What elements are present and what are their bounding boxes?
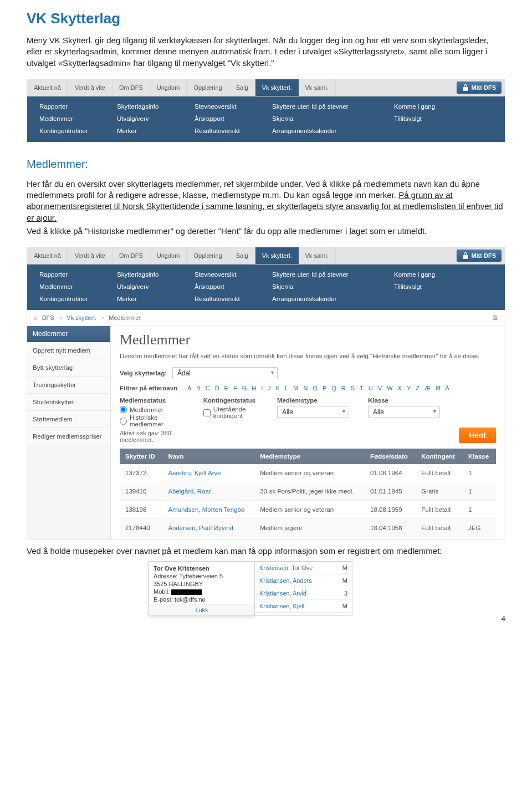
tab-ungdom[interactable]: Ungdom xyxy=(150,79,187,96)
sm2-skyttere-uten-id[interactable]: Skyttere uten Id på stevner xyxy=(272,271,383,278)
alpha-L[interactable]: L xyxy=(285,385,288,391)
alpha-E[interactable]: E xyxy=(224,385,228,391)
tooltip-list-row[interactable]: Kristiansen, Arvid3 xyxy=(255,587,352,600)
sm2-komme-i-gang[interactable]: Komme i gang xyxy=(394,271,461,278)
sm2-skjema[interactable]: Skjema xyxy=(272,283,383,290)
alpha-Q[interactable]: Q xyxy=(331,385,336,391)
th-skytter-id[interactable]: Skytter ID xyxy=(120,449,162,464)
sm2-tillitsvalgt[interactable]: Tillitsvalgt xyxy=(394,283,461,290)
sm2-merker[interactable]: Merker xyxy=(117,296,183,302)
alpha-B[interactable]: B xyxy=(196,385,200,391)
alpha-Y[interactable]: Y xyxy=(407,385,411,391)
side-stotte[interactable]: Støttemedlem xyxy=(27,411,110,428)
alpha-S[interactable]: S xyxy=(351,385,355,391)
sm2-arrangementskalender[interactable]: Arrangementskalender xyxy=(272,296,383,302)
tooltip-close[interactable]: Lukk xyxy=(149,604,254,615)
alpha-N[interactable]: N xyxy=(303,385,308,391)
checkbox-utestaaende[interactable] xyxy=(203,409,211,416)
submenu-skyttere-uten-id[interactable]: Skyttere uten Id på stevner xyxy=(272,103,383,110)
alpha-V[interactable]: V xyxy=(378,385,382,391)
cell-navn[interactable]: Aarebru, Kjell Arve xyxy=(162,464,254,482)
tooltip-list-row[interactable]: Kristensen, Tor OveM xyxy=(255,562,352,574)
cell-navn[interactable]: Amundsen, Morten Tengbo xyxy=(162,501,254,519)
klasse-dropdown[interactable]: Alle xyxy=(368,406,440,418)
tab2-vk-skytterl[interactable]: Vk skytterl. xyxy=(255,247,299,264)
sm2-utvalg-verv[interactable]: Utvalg/verv xyxy=(117,283,183,290)
submenu-utvalg-verv[interactable]: Utvalg/verv xyxy=(117,115,183,122)
submenu-resultatoversikt[interactable]: Resultatoversikt xyxy=(195,128,261,134)
th-kontingent[interactable]: Kontingent xyxy=(416,449,463,464)
submenu-stevneoversikt[interactable]: Stevneoversikt xyxy=(195,103,261,110)
crumb-vk-skytterl[interactable]: Vk skytterl. xyxy=(66,314,96,321)
cell-navn[interactable]: Abelgård, Roar xyxy=(162,482,254,501)
tab2-aktuelt[interactable]: Aktuelt nå xyxy=(27,247,68,264)
sm2-medlemmer[interactable]: Medlemmer xyxy=(39,283,106,290)
sm2-rapporter[interactable]: Rapporter xyxy=(39,271,106,278)
tab-omdfs[interactable]: Om DFS xyxy=(112,79,150,96)
crumb-dfs[interactable]: DFS xyxy=(42,314,54,321)
sm2-resultatoversikt[interactable]: Resultatoversikt xyxy=(195,296,261,302)
sm2-kontingentrutiner[interactable]: Kontingentrutiner xyxy=(39,296,106,302)
alpha-X[interactable]: X xyxy=(398,385,402,391)
alpha-U[interactable]: U xyxy=(369,385,373,391)
alpha-C[interactable]: C xyxy=(206,385,210,391)
tab-aktuelt[interactable]: Aktuelt nå xyxy=(27,79,68,96)
sm2-skytterlagsinfo[interactable]: Skytterlagsinfo xyxy=(117,271,183,278)
sm2-aarsrapport[interactable]: Årsrapport xyxy=(195,283,261,290)
tab-opplaering[interactable]: Opplæring xyxy=(187,79,229,96)
alpha-P[interactable]: P xyxy=(323,385,326,391)
side-opprett[interactable]: Opprett nytt medlem xyxy=(27,342,110,359)
alpha-Z[interactable]: Z xyxy=(416,385,420,391)
tab2-omdfs[interactable]: Om DFS xyxy=(112,247,150,264)
th-medlemstype[interactable]: Medlemstype xyxy=(254,449,365,464)
side-rediger-priser[interactable]: Rediger medlemsspriser xyxy=(27,428,110,445)
th-klasse[interactable]: Klasse xyxy=(463,449,496,464)
submenu-skjema[interactable]: Skjema xyxy=(272,115,383,122)
alpha-J[interactable]: J xyxy=(268,385,271,391)
side-student[interactable]: Studentskytter xyxy=(27,394,110,411)
hent-button[interactable]: Hent xyxy=(459,428,496,443)
tooltip-list-row[interactable]: Kristiansen, AndersM xyxy=(255,574,352,587)
alpha-O[interactable]: O xyxy=(313,385,318,391)
side-trening[interactable]: Treningsskytter xyxy=(27,376,110,394)
th-navn[interactable]: Navn xyxy=(162,449,254,464)
tab-verdt[interactable]: Verdt å vite xyxy=(68,79,112,96)
sm2-stevneoversikt[interactable]: Stevneoversikt xyxy=(195,271,261,278)
velg-skytterlag-dropdown[interactable]: Ådal xyxy=(172,367,278,379)
tab-salg[interactable]: Salg xyxy=(229,79,255,96)
home-icon[interactable]: ⌂ xyxy=(34,314,38,321)
tab2-verdt[interactable]: Verdt å vite xyxy=(68,247,112,264)
tab-vk-saml[interactable]: Vk saml. xyxy=(299,79,336,96)
alpha-D[interactable]: D xyxy=(215,385,219,391)
mitt-dfs-button[interactable]: Mitt DFS xyxy=(457,82,502,94)
alpha-Ø[interactable]: Ø xyxy=(436,385,441,391)
alpha-A[interactable]: A xyxy=(187,385,191,391)
medlemstype-dropdown[interactable]: Alle xyxy=(277,406,349,418)
submenu-rapporter[interactable]: Rapporter xyxy=(39,103,106,110)
tab2-salg[interactable]: Salg xyxy=(229,247,255,264)
tab2-ungdom[interactable]: Ungdom xyxy=(150,247,187,264)
alpha-Å[interactable]: Å xyxy=(446,385,449,391)
submenu-medlemmer[interactable]: Medlemmer xyxy=(39,115,106,122)
submenu-arrangementskalender[interactable]: Arrangementskalender xyxy=(272,128,383,134)
alpha-K[interactable]: K xyxy=(276,385,280,391)
alpha-I[interactable]: I xyxy=(261,385,263,391)
radio-medlemmer[interactable] xyxy=(120,406,127,413)
alpha-T[interactable]: T xyxy=(360,385,364,391)
submenu-tillitsvalgt[interactable]: Tillitsvalgt xyxy=(394,115,461,122)
alpha-R[interactable]: R xyxy=(341,385,346,391)
tab2-vk-saml[interactable]: Vk saml. xyxy=(299,247,336,264)
alpha-F[interactable]: F xyxy=(233,385,237,391)
submenu-komme-i-gang[interactable]: Komme i gang xyxy=(394,103,461,110)
tab-vk-skytterl[interactable]: Vk skytterl. xyxy=(255,79,299,96)
alpha-W[interactable]: W xyxy=(387,385,392,391)
tooltip-list-row[interactable]: Kristiansen, KjellM xyxy=(255,600,352,613)
print-icon[interactable]: 🖶 xyxy=(492,314,498,321)
submenu-kontingentrutiner[interactable]: Kontingentrutiner xyxy=(39,128,106,134)
side-bytt[interactable]: Bytt skytterlag xyxy=(27,359,110,376)
submenu-skytterlagsinfo[interactable]: Skytterlagsinfo xyxy=(117,103,183,110)
alpha-Æ[interactable]: Æ xyxy=(424,385,431,391)
th-fodselsdato[interactable]: Fødselsdato xyxy=(365,449,416,464)
alpha-G[interactable]: G xyxy=(242,385,247,391)
radio-historiske[interactable] xyxy=(120,418,127,425)
